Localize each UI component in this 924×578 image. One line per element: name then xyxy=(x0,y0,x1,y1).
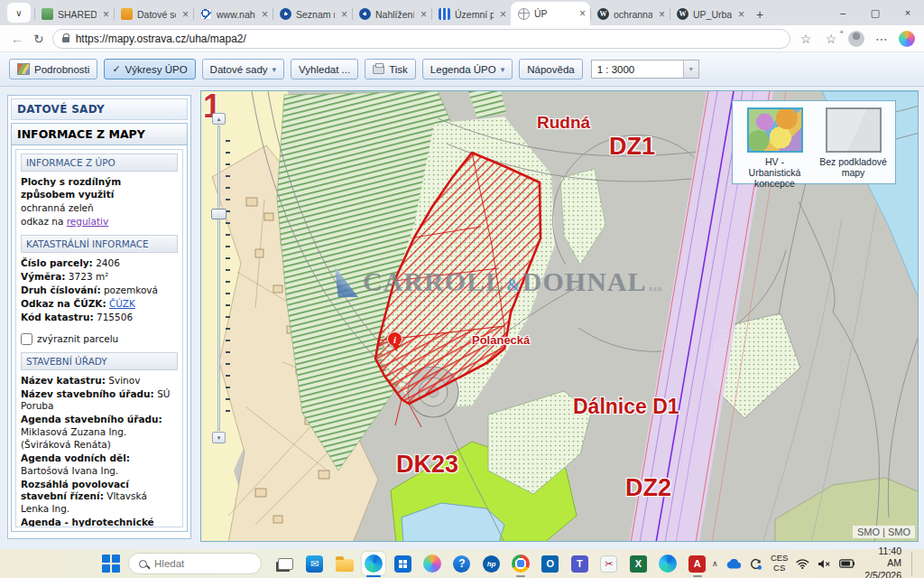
close-window-button[interactable]: × xyxy=(892,0,924,25)
browser-tab-nahlizeni-web[interactable]: www.nahlizen × xyxy=(193,3,273,25)
browser-tab-strip: ∨ SHARED LIST × Datové schrán × www.nahl… xyxy=(0,0,924,25)
browser-tab-seznam-nemovitosti[interactable]: Seznam nemo × xyxy=(273,3,352,25)
tab-label: Územní plán xyxy=(455,9,494,20)
close-icon[interactable]: × xyxy=(419,8,429,21)
edge-button-active[interactable] xyxy=(362,552,385,575)
menu-dots-icon[interactable]: ⋯ xyxy=(873,32,890,46)
copilot-icon[interactable] xyxy=(899,31,915,47)
button-label: Tisk xyxy=(389,64,408,75)
panel-body: INFORMACE Z ÚPO Plochy s rozdílným způso… xyxy=(15,149,183,527)
refresh-icon[interactable]: ↻ xyxy=(31,32,47,46)
close-icon[interactable]: × xyxy=(180,8,190,21)
outlook-new-button[interactable] xyxy=(303,552,327,575)
zoom-slider-handle[interactable] xyxy=(211,209,226,219)
battery-icon[interactable] xyxy=(839,559,855,568)
taskbar-search[interactable] xyxy=(128,553,262,574)
back-icon[interactable]: ← xyxy=(9,32,25,46)
datove-sady-button[interactable]: Datové sady ▾ xyxy=(202,59,284,79)
task-view-button[interactable] xyxy=(274,552,298,575)
tisk-button[interactable]: Tisk xyxy=(365,59,416,79)
close-icon[interactable]: × xyxy=(260,8,270,21)
windows-taskbar: ∧ CES CS 11:40 AM 2/5/2026 xyxy=(0,549,924,578)
minimize-button[interactable]: – xyxy=(827,0,859,25)
panel-title[interactable]: INFORMACE Z MAPY xyxy=(12,124,187,145)
field-label: Kód katastru: xyxy=(21,312,94,322)
onedrive-cloud-icon[interactable] xyxy=(726,559,742,569)
search-input[interactable] xyxy=(154,558,237,569)
basemap-option-hv[interactable]: HV - Urbanistická koncepce xyxy=(740,107,809,177)
zoom-in-button[interactable]: ▴ xyxy=(212,113,226,125)
zoom-slider-track[interactable] xyxy=(217,126,220,431)
basemap-option-none[interactable]: Bez podkladové mapy xyxy=(818,107,888,177)
tray-chevron-icon[interactable]: ∧ xyxy=(712,559,718,568)
watermark-text-left: CARROLL xyxy=(363,266,504,297)
zvyraznit-parcelu-checkbox[interactable] xyxy=(21,333,32,345)
vykresy-upo-button[interactable]: ✓ Výkresy ÚPO xyxy=(104,59,195,79)
file-explorer-button[interactable] xyxy=(333,552,356,575)
close-icon[interactable]: × xyxy=(736,8,746,21)
copilot-button[interactable] xyxy=(421,552,445,575)
vyhledat-button[interactable]: Vyhledat ... xyxy=(291,59,358,79)
close-icon[interactable]: × xyxy=(498,8,508,21)
cuzk-link[interactable]: ČÚZK xyxy=(109,298,135,309)
tab-label: SHARED LIST xyxy=(58,9,97,20)
collections-icon[interactable]: ☆+ xyxy=(823,32,839,46)
browser-tab-ochranna-zelen[interactable]: ochranna_zele × xyxy=(590,3,670,25)
tab-label: ÚP xyxy=(534,8,573,19)
microsoft-store-button[interactable] xyxy=(392,552,415,575)
browser-tab-nahlizeni-kn[interactable]: Nahlížení do × xyxy=(352,3,431,25)
wifi-icon[interactable] xyxy=(796,559,809,569)
speaker-muted-icon[interactable] xyxy=(818,559,831,569)
outlook-icon xyxy=(306,555,323,573)
basemap-thumbnail-hv[interactable] xyxy=(747,107,803,153)
field-label: Agenda vodních děl: xyxy=(21,452,130,463)
legenda-upo-button[interactable]: Legenda ÚPO ▾ xyxy=(422,59,513,79)
podrobnosti-button[interactable]: Podrobnosti xyxy=(9,59,97,79)
restore-button[interactable]: ▢ xyxy=(859,0,892,25)
zoom-out-button[interactable]: ▾ xyxy=(212,432,226,443)
taskbar-clock[interactable]: 11:40 AM 2/5/2026 xyxy=(863,545,901,578)
get-help-button[interactable] xyxy=(450,552,474,575)
chrome-button[interactable] xyxy=(509,552,532,575)
browser-tab-shared-list[interactable]: SHARED LIST × xyxy=(34,3,114,25)
map-label-dalnice-d1: Dálnice D1 xyxy=(573,395,679,419)
teams-button[interactable] xyxy=(568,552,592,575)
acrobat-button[interactable] xyxy=(686,552,709,575)
show-desktop-button[interactable] xyxy=(911,552,915,575)
profile-avatar[interactable] xyxy=(848,31,864,47)
new-tab-button[interactable]: + xyxy=(749,7,771,22)
start-button-icon[interactable] xyxy=(102,555,120,573)
close-icon[interactable]: × xyxy=(578,7,587,20)
regulativ-link[interactable]: regulativ xyxy=(67,216,108,227)
map-label-dk23: DK23 xyxy=(396,451,458,479)
scale-combobox[interactable]: 1 : 3000 ▾ xyxy=(591,60,699,79)
napoveda-button[interactable]: Nápověda xyxy=(519,59,582,79)
tab-search-button[interactable]: ∨ xyxy=(7,3,31,23)
language-indicator[interactable]: CES CS xyxy=(771,554,789,573)
map-label-rudna: Rudná xyxy=(537,113,590,133)
map-viewport[interactable]: 1 Rudná DZ1 Polanecká Dálnice D1 DK23 DZ… xyxy=(200,90,919,542)
outlook-classic-button[interactable] xyxy=(539,552,562,575)
basemap-thumbnail-none[interactable] xyxy=(826,107,882,153)
close-icon[interactable]: × xyxy=(657,8,667,21)
address-bar[interactable]: https://mapy.ostrava.cz/uha/mapa2/ xyxy=(52,29,790,49)
browser-tab-up-urbanismus[interactable]: UP_Urbanism × xyxy=(670,3,749,25)
edge-secondary-button[interactable] xyxy=(656,552,679,575)
button-label: Datové sady xyxy=(210,64,268,75)
excel-button[interactable] xyxy=(627,552,651,575)
close-icon[interactable]: × xyxy=(339,8,349,21)
browser-tab-up-active[interactable]: ÚP × xyxy=(511,2,590,25)
url-text: https://mapy.ostrava.cz/uha/mapa2/ xyxy=(76,33,246,45)
field-value: pozemková xyxy=(104,284,158,295)
favorite-star-icon[interactable]: ☆ xyxy=(798,32,814,46)
tab-label: UP_Urbanism xyxy=(693,9,732,20)
browser-tab-uzemni-plan[interactable]: Územní plán × xyxy=(431,3,511,25)
sync-icon[interactable] xyxy=(749,558,762,570)
info-marker-icon[interactable] xyxy=(387,331,402,347)
hp-button[interactable] xyxy=(480,552,504,575)
zoom-slider[interactable]: ▴ ▾ xyxy=(210,113,232,443)
snipping-tool-button[interactable] xyxy=(597,552,621,575)
browser-tab-datove-schranky[interactable]: Datové schrán × xyxy=(114,3,193,25)
chevron-down-icon[interactable]: ▾ xyxy=(683,61,698,78)
close-icon[interactable]: × xyxy=(101,8,111,21)
